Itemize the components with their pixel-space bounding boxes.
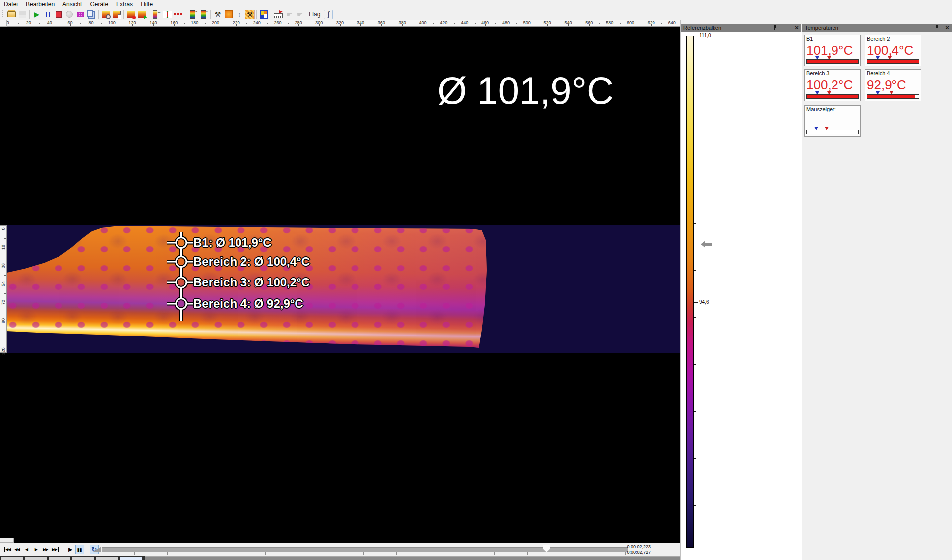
bottom-tab-strip: [0, 556, 680, 560]
play-capture-icon[interactable]: ▶: [31, 9, 42, 19]
bottom-tab[interactable]: [120, 557, 142, 560]
bottom-tab[interactable]: [25, 557, 47, 560]
ruler-tick: [402, 24, 403, 26]
ruler-label: 54: [0, 277, 7, 291]
temperature-tile-bereich3[interactable]: Bereich 3 100,2°C: [804, 69, 861, 101]
ruler-minor-tick: [537, 23, 537, 24]
temperature-tile-bereich2[interactable]: Bereich 2 100,4°C: [865, 35, 921, 66]
scrollbar-stub[interactable]: [0, 538, 14, 543]
profile-curves-icon[interactable]: [162, 9, 173, 19]
measurement-label-bereich3[interactable]: Bereich 3: Ø 100,2°C: [193, 275, 310, 290]
send-hand-icon-glyph: ☛: [297, 11, 303, 18]
timeline-ramp: [93, 547, 101, 552]
menu-item-hilfe[interactable]: Hilfe: [137, 0, 157, 8]
copy-icon[interactable]: [86, 9, 97, 19]
measurement-label-bereich2[interactable]: Bereich 2: Ø 100,4°C: [193, 254, 310, 269]
menu-item-ansicht[interactable]: Ansicht: [59, 0, 86, 8]
pause-button[interactable]: ▮▮: [75, 545, 84, 554]
menu-item-geräte[interactable]: Geräte: [86, 0, 112, 8]
toolbar-separator: [98, 10, 99, 19]
ruler-minor-tick: [205, 23, 206, 24]
menu-item-bearbeiten[interactable]: Bearbeiten: [22, 0, 59, 8]
open-file-icon[interactable]: [6, 9, 17, 19]
rewind-button-glyph: ◀◀: [14, 547, 19, 552]
rewind-button[interactable]: ◀◀: [12, 545, 21, 554]
snapshot-camera-icon[interactable]: [75, 9, 86, 19]
bottom-tab[interactable]: [72, 557, 94, 560]
bottom-tab[interactable]: [96, 557, 118, 560]
ruler-tick: [195, 24, 195, 26]
palette-colorbar[interactable]: [686, 36, 694, 548]
playback-separator: [63, 545, 63, 554]
ruler-tick: [319, 24, 320, 26]
ruler-label: 36: [0, 258, 7, 273]
ruler-minor-tick: [4, 238, 6, 239]
thermal-range-icon[interactable]: [223, 9, 234, 19]
ruler-minor-tick: [4, 275, 6, 276]
temperature-tile-b1[interactable]: B1 101,9°C: [804, 35, 861, 66]
ruler-tick: [589, 24, 590, 26]
average-temperature-readout: Ø 101,9°C: [412, 68, 640, 113]
isotherm-dashes-icon[interactable]: [173, 9, 183, 19]
measure-ruler-icon[interactable]: [273, 9, 284, 19]
bottom-tab[interactable]: [49, 557, 70, 560]
ruler-tick: [8, 24, 8, 26]
tile-name: Bereich 4: [867, 70, 890, 76]
image-zoom-icon[interactable]: [100, 9, 111, 19]
ruler-tick: [298, 24, 299, 26]
menu-item-datei[interactable]: Datei: [0, 0, 22, 8]
bottom-tab[interactable]: [1, 557, 23, 560]
colorbar-tick: [694, 82, 696, 82]
stop-capture-icon[interactable]: [53, 9, 64, 19]
fast-forward-button[interactable]: ▶▶: [41, 545, 50, 554]
ruler-tick: [132, 24, 133, 26]
next-frame-button[interactable]: ▶: [31, 545, 40, 554]
ruler-tick: [340, 24, 341, 26]
close-icon[interactable]: ×: [793, 24, 800, 32]
ruler-label: 0: [0, 222, 7, 236]
palette-shift-right-icon[interactable]: →: [187, 9, 198, 19]
palette-shift-left-icon[interactable]: ←: [198, 9, 209, 19]
playback-bar: ◀◀◀◀◀▶▶▶▶▶▶▮▮↻┅ 0:00:02,223 0:00:02,727: [0, 543, 680, 556]
palette-import-icon[interactable]: [151, 9, 162, 19]
ruler-minor-tick: [475, 23, 476, 24]
previous-frame-button[interactable]: ◀: [22, 545, 31, 554]
temperature-tile-bereich4[interactable]: Bereich 4 92,9°C: [865, 69, 921, 101]
palette-tools-icon[interactable]: ⚒: [245, 10, 255, 19]
measurement-label-bereich4[interactable]: Bereich 4: Ø 92,9°C: [193, 296, 303, 311]
last-frame-button[interactable]: ▶▶: [50, 545, 60, 554]
pin-icon[interactable]: [773, 25, 777, 30]
tools-icon[interactable]: ⚒: [212, 9, 223, 19]
image-play-icon[interactable]: [136, 9, 147, 19]
first-frame-button[interactable]: ◀◀: [2, 545, 12, 554]
image-delete-icon[interactable]: [125, 9, 136, 19]
ruler-minor-tick: [661, 23, 662, 24]
pin-icon[interactable]: [935, 25, 940, 30]
reference-bar-panel: [680, 20, 802, 560]
menu-bar: DateiBearbeitenAnsichtGeräteExtrasHilfe: [0, 0, 952, 9]
colorbar-tick: [694, 176, 696, 176]
flag-button[interactable]: Flag: [305, 9, 324, 19]
ruler-tick: [360, 24, 361, 26]
ruler-tick: [278, 24, 278, 26]
pause-capture-icon[interactable]: [42, 9, 53, 19]
thermal-image-canvas[interactable]: Ø 101,9°C: [0, 27, 680, 543]
ruler-minor-tick: [267, 23, 268, 24]
tile-name: Bereich 2: [867, 36, 890, 42]
ruler-minor-tick: [18, 23, 19, 24]
ruler-minor-tick: [39, 23, 40, 24]
measurement-label-b1[interactable]: B1: Ø 101,9°C: [193, 235, 272, 250]
image-copy-icon[interactable]: [111, 9, 122, 19]
level-adjust-icon[interactable]: ↨: [234, 9, 245, 19]
ruler-minor-tick: [495, 23, 496, 24]
play-button[interactable]: ▶: [66, 545, 75, 554]
close-icon[interactable]: ×: [944, 24, 951, 32]
brace-tool-icon[interactable]: ʃ: [324, 10, 333, 19]
menu-item-extras[interactable]: Extras: [112, 0, 137, 8]
layout-grid-icon[interactable]: [258, 9, 269, 19]
mouse-pointer-tile[interactable]: Mauszeiger:: [804, 105, 861, 137]
thermal-image-strip[interactable]: B1: Ø 101,9°C Bereich 2: Ø 100,4°C Berei…: [7, 225, 680, 353]
temperatures-title-text: Temperaturen: [805, 25, 838, 31]
level-arrow-icon[interactable]: [701, 241, 713, 248]
temperatures-title: Temperaturen ×: [802, 24, 952, 32]
